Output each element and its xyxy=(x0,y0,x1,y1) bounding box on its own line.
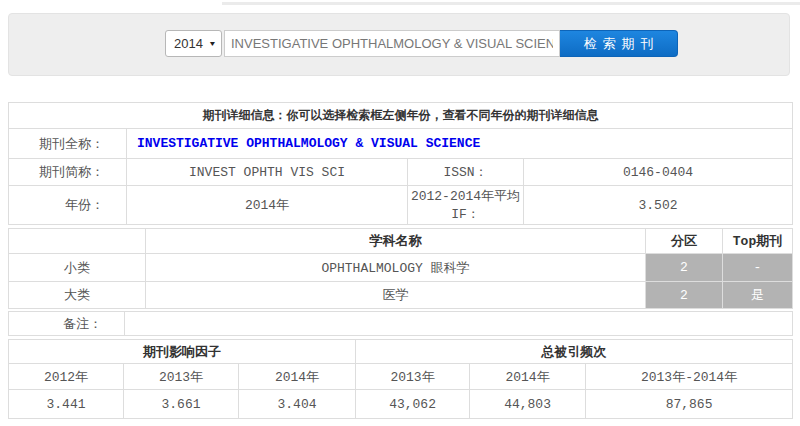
journal-search-input[interactable] xyxy=(224,30,560,57)
total-cites-header: 总被引频次 xyxy=(356,340,793,364)
subject-header-empty xyxy=(9,229,146,254)
metrics-value-row: 3.441 3.661 3.404 43,062 44,803 87,865 xyxy=(9,390,793,419)
if-year-2012: 2012年 xyxy=(9,364,124,390)
note-label: 备注： xyxy=(9,312,125,336)
cites-range-value: 87,865 xyxy=(586,390,793,419)
subject-name-header: 学科名称 xyxy=(146,229,646,254)
cites-2013-value: 43,062 xyxy=(356,390,470,419)
note-value xyxy=(125,312,793,336)
year-select-value: 2014 xyxy=(174,36,203,51)
year-select[interactable]: 2014 ▼ xyxy=(165,30,222,57)
big-class-top: 是 xyxy=(723,282,793,309)
year-label: 年份： xyxy=(9,186,127,225)
avg-if-value: 3.502 xyxy=(524,186,793,225)
year-value: 2014年 xyxy=(127,186,408,225)
issn-label: ISSN： xyxy=(408,159,524,186)
big-class-label: 大类 xyxy=(9,282,146,309)
if-2012-value: 3.441 xyxy=(9,390,124,419)
big-class-subject: 医学 xyxy=(146,282,646,309)
big-class-zone: 2 xyxy=(646,282,723,309)
table-row-small-class: 小类 OPHTHALMOLOGY 眼科学 2 - xyxy=(9,254,793,282)
small-class-zone: 2 xyxy=(646,254,723,282)
small-class-subject: OPHTHALMOLOGY 眼科学 xyxy=(146,254,646,282)
impact-factor-header: 期刊影响因子 xyxy=(9,340,356,364)
zone-header: 分区 xyxy=(646,229,723,254)
search-bar: 2014 ▼ 检索期刊 xyxy=(165,30,678,57)
journal-abbr-value: INVEST OPHTH VIS SCI xyxy=(127,159,408,186)
full-name-label: 期刊全称： xyxy=(9,129,127,159)
chevron-down-icon: ▼ xyxy=(208,40,216,47)
if-2014-value: 3.404 xyxy=(239,390,356,419)
cites-year-range: 2013年-2014年 xyxy=(586,364,793,390)
note-table: 备注： xyxy=(8,311,793,336)
cites-year-2014: 2014年 xyxy=(470,364,586,390)
if-2013-value: 3.661 xyxy=(124,390,239,419)
if-year-2013: 2013年 xyxy=(124,364,239,390)
journal-full-name-value: INVESTIGATIVE OPHTHALMOLOGY & VISUAL SCI… xyxy=(127,129,793,159)
subject-zone-table: 学科名称 分区 Top期刊 小类 OPHTHALMOLOGY 眼科学 2 - 大… xyxy=(8,228,793,309)
avg-if-label: 2012-2014年平均IF： xyxy=(408,186,524,225)
if-year-2014: 2014年 xyxy=(239,364,356,390)
issn-value: 0146-0404 xyxy=(524,159,793,186)
cites-year-2013: 2013年 xyxy=(356,364,470,390)
top-journal-header: Top期刊 xyxy=(723,229,793,254)
metrics-table: 期刊影响因子 总被引频次 2012年 2013年 2014年 2013年 201… xyxy=(8,339,793,419)
table-row-big-class: 大类 医学 2 是 xyxy=(9,282,793,309)
search-journal-button[interactable]: 检索期刊 xyxy=(560,30,678,57)
journal-detail-table: 期刊详细信息：你可以选择检索框左侧年份，查看不同年份的期刊详细信息 期刊全称： … xyxy=(8,102,793,225)
top-divider-line xyxy=(222,2,800,5)
metrics-year-row: 2012年 2013年 2014年 2013年 2014年 2013年-2014… xyxy=(9,364,793,390)
abbr-label: 期刊简称： xyxy=(9,159,127,186)
small-class-top: - xyxy=(723,254,793,282)
cites-2014-value: 44,803 xyxy=(470,390,586,419)
detail-table-header: 期刊详细信息：你可以选择检索框左侧年份，查看不同年份的期刊详细信息 xyxy=(9,103,793,129)
small-class-label: 小类 xyxy=(9,254,146,282)
